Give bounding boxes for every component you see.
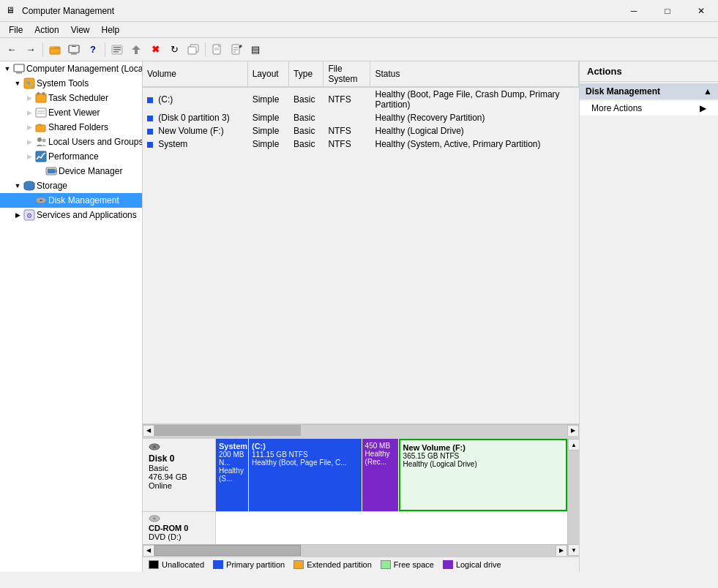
partition-f[interactable]: New Volume (F:) 365.15 GB NTFS Healthy (…	[399, 439, 567, 511]
partition-c[interactable]: (C:) 111.15 GB NTFS Healthy (Boot, Page …	[249, 439, 362, 511]
disk-bottom-scrollbar[interactable]: ◀ ▶	[143, 544, 567, 556]
vol-scroll-track[interactable]	[154, 425, 567, 436]
forward-button[interactable]: →	[22, 41, 40, 59]
list-view-button[interactable]	[108, 41, 126, 59]
vol-fs-part3	[324, 111, 370, 124]
more-actions-arrow: ▶	[700, 103, 706, 113]
new-button[interactable]	[209, 41, 226, 59]
shared-folders-label: Shared Folders	[48, 122, 108, 132]
volume-table: Volume Layout Type File System Status (C…	[143, 61, 579, 151]
legend-free-label: Free space	[394, 560, 434, 569]
part-f-name: New Volume (F:)	[403, 443, 563, 452]
svg-rect-34	[48, 169, 55, 173]
disk-right-scrollbar[interactable]: ▲ ▼	[567, 439, 579, 556]
menu-view[interactable]: View	[65, 23, 96, 37]
col-volume[interactable]: Volume	[143, 61, 247, 87]
disk-scroll-thumb[interactable]	[154, 545, 301, 556]
vol-type-part3: Basic	[289, 111, 324, 124]
svg-rect-19	[14, 64, 24, 72]
export-button[interactable]	[127, 41, 145, 59]
volume-row-part3[interactable]: (Disk 0 partition 3) Simple Basic Health…	[143, 111, 579, 124]
window-controls: ─ □ ✕	[617, 0, 718, 22]
tree-device-manager[interactable]: ▶ Device Manager	[0, 164, 142, 178]
vol-type-c: Basic	[289, 87, 324, 111]
legend-unallocated: Unallocated	[149, 560, 204, 569]
partition-system[interactable]: System 200 MB N... Healthy (S...	[216, 439, 249, 511]
volume-row-f[interactable]: New Volume (F:) Simple Basic NTFS Health…	[143, 124, 579, 137]
vol-scroll-left[interactable]: ◀	[143, 425, 154, 437]
maximize-button[interactable]: □	[651, 0, 684, 22]
volume-row-c[interactable]: (C:) Simple Basic NTFS Healthy (Boot, Pa…	[143, 87, 579, 111]
disk-mgmt-label: Disk Management	[48, 195, 119, 206]
tree-task-scheduler[interactable]: ▶ Task Scheduler	[0, 91, 142, 105]
root-expand-icon[interactable]: ▼	[1, 61, 13, 76]
actions-pane: Actions Disk Management ▲ More Actions ▶	[579, 61, 718, 572]
menu-help[interactable]: Help	[96, 23, 126, 37]
col-filesystem[interactable]: File System	[324, 61, 370, 87]
root-icon	[13, 63, 25, 75]
col-layout[interactable]: Layout	[247, 61, 288, 87]
tree-shared-folders[interactable]: ▶ Shared Folders	[0, 120, 142, 135]
disk-scroll-down[interactable]: ▼	[568, 544, 579, 556]
computer-button[interactable]	[65, 41, 83, 59]
disk-scroll-left[interactable]: ◀	[143, 545, 154, 557]
disk-scroll-right[interactable]: ▶	[556, 545, 567, 557]
tree-services[interactable]: ▶ ⚙ Services and Applications	[0, 208, 142, 222]
help-button[interactable]: ?	[84, 41, 102, 59]
vol-name-part3: (Disk 0 partition 3)	[143, 111, 247, 124]
vol-scroll-thumb[interactable]	[154, 425, 301, 436]
cd-partition	[216, 512, 567, 544]
cd-name: CD-ROM 0	[149, 524, 209, 532]
new-window-button[interactable]	[184, 41, 202, 59]
vol-status-c: Healthy (Boot, Page File, Crash Dump, Pr…	[370, 87, 579, 111]
actions-disk-mgmt-header[interactable]: Disk Management ▲	[580, 83, 718, 99]
back-button[interactable]: ←	[3, 41, 20, 59]
menu-file[interactable]: File	[3, 23, 29, 37]
vol-scroll-right[interactable]: ▶	[567, 425, 579, 437]
services-expand[interactable]: ▶	[12, 208, 23, 222]
properties-button[interactable]	[228, 41, 245, 59]
col-type[interactable]: Type	[289, 61, 324, 87]
tree-performance[interactable]: ▶ Performance	[0, 149, 142, 164]
system-tools-expand[interactable]: ▼	[12, 76, 23, 91]
disk-area: Disk 0 Basic 476.94 GB Online System 200…	[143, 439, 579, 556]
disk-vscroll-track[interactable]	[568, 451, 579, 544]
volume-row-system[interactable]: System Simple Basic NTFS Healthy (System…	[143, 137, 579, 151]
toolbar-sep-2	[105, 42, 105, 57]
close-button[interactable]: ✕	[684, 0, 718, 22]
svg-rect-24	[37, 92, 40, 95]
tree-system-tools[interactable]: ▼ 🔧 System Tools	[0, 76, 142, 91]
minimize-button[interactable]: ─	[617, 0, 651, 22]
disk-0-label: Disk 0 Basic 476.94 GB Online	[143, 439, 216, 511]
tree-root[interactable]: ▼ Computer Management (Local	[0, 61, 142, 76]
performance-expand[interactable]: ▶	[23, 149, 35, 164]
partition-recovery[interactable]: 450 MB Healthy (Rec...	[362, 439, 399, 511]
actions-more-actions[interactable]: More Actions ▶	[580, 101, 718, 116]
local-users-expand[interactable]: ▶	[23, 135, 35, 149]
legend-logical-box	[443, 560, 453, 569]
disk-scroll-track[interactable]	[154, 545, 556, 556]
tree-event-viewer[interactable]: ▶ Event Viewer	[0, 105, 142, 120]
col-status[interactable]: Status	[370, 61, 579, 87]
svg-rect-7	[113, 49, 121, 50]
svg-point-44	[153, 518, 156, 520]
folder-button[interactable]	[46, 41, 64, 59]
disk-scroll-up[interactable]: ▲	[568, 439, 579, 451]
task-scheduler-label: Task Scheduler	[48, 93, 108, 103]
task-scheduler-expand[interactable]: ▶	[23, 91, 35, 105]
storage-expand[interactable]: ▼	[12, 178, 23, 193]
tree-storage[interactable]: ▼ Storage	[0, 178, 142, 193]
vol-layout-c: Simple	[247, 87, 288, 111]
menu-action[interactable]: Action	[29, 23, 64, 37]
shared-folders-expand[interactable]: ▶	[23, 120, 35, 135]
root-label: Computer Management (Local	[26, 64, 142, 74]
toolbar-extra-button[interactable]: ▤	[247, 41, 264, 59]
volume-list[interactable]: Volume Layout Type File System Status (C…	[143, 61, 579, 424]
volume-scroll-x[interactable]: ◀ ▶	[143, 424, 579, 436]
event-viewer-expand[interactable]: ▶	[23, 105, 35, 120]
tree-local-users[interactable]: ▶ Local Users and Groups	[0, 135, 142, 149]
refresh-button[interactable]: ↻	[165, 41, 183, 59]
vol-name-c: (C:)	[143, 87, 247, 111]
stop-button[interactable]: ✖	[146, 41, 164, 59]
tree-disk-management[interactable]: ▶ Disk Management	[0, 193, 142, 208]
